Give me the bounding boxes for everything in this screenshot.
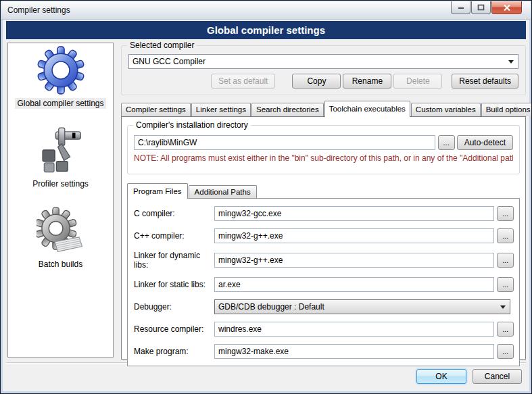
field-row-c-compiler: C compiler: ... (134, 206, 514, 221)
tab-toolchain-executables[interactable]: Toolchain executables (324, 101, 410, 117)
sidebar-item-label: Batch builds (37, 259, 84, 270)
installation-directory-input[interactable] (134, 135, 435, 150)
compiler-settings-window: Compiler settings Global compiler settin… (0, 0, 532, 394)
dynamic-libs-linker-input[interactable] (214, 253, 494, 268)
window-controls (451, 1, 522, 14)
sidebar-item-profiler-settings[interactable]: Profiler settings (30, 126, 91, 189)
delete-button[interactable]: Delete (393, 74, 442, 89)
field-row-dynamic-linker: Linker for dynamic libs: ... (134, 251, 514, 270)
sidebar: Global compiler settings Profiler settin… (7, 43, 114, 358)
debugger-select[interactable]: GDB/CDB debugger : Default (214, 299, 510, 314)
cpp-compiler-input[interactable] (214, 228, 494, 243)
browse-button[interactable]: ... (497, 344, 514, 359)
browse-button[interactable]: ... (497, 228, 514, 243)
debugger-value: GDB/CDB debugger : Default (218, 302, 324, 312)
field-label: Make program: (134, 347, 214, 356)
browse-directory-button[interactable]: ... (438, 135, 455, 150)
batch-builds-gear-icon (37, 207, 85, 255)
sidebar-item-batch-builds[interactable]: Batch builds (37, 207, 85, 270)
blue-gear-icon (37, 46, 85, 95)
subtab-program-files[interactable]: Program Files (127, 183, 188, 199)
selected-compiler-dropdown[interactable]: GNU GCC Compiler (128, 54, 518, 69)
tab-custom-variables[interactable]: Custom variables (411, 103, 481, 116)
minimize-button[interactable] (451, 1, 470, 14)
compiler-buttons-row: Set as default Copy Rename Delete Reset … (128, 74, 518, 89)
close-icon (503, 4, 511, 11)
group-label: Compiler's installation directory (133, 120, 251, 130)
tab-search-directories[interactable]: Search directories (251, 103, 324, 116)
reset-defaults-button[interactable]: Reset defaults (452, 74, 518, 89)
resource-compiler-input[interactable] (214, 322, 494, 337)
browse-button[interactable]: ... (497, 253, 514, 268)
field-row-static-linker: Linker for static libs: ... (134, 277, 514, 292)
browse-button[interactable]: ... (497, 277, 514, 292)
tab-linker-settings[interactable]: Linker settings (191, 103, 251, 116)
field-label: C compiler: (134, 209, 214, 218)
make-program-input[interactable] (214, 344, 494, 359)
static-libs-linker-input[interactable] (214, 277, 494, 292)
set-as-default-button[interactable]: Set as default (211, 74, 275, 89)
program-files-panel: C compiler: ... C++ compiler: ... Linker… (127, 198, 520, 366)
subtab-bar: Program Files Additional Paths (127, 182, 520, 198)
minimize-icon (458, 5, 464, 11)
chevron-down-icon (500, 305, 506, 309)
ok-button[interactable]: OK (416, 369, 466, 384)
tab-bar: Compiler settings Linker settings Search… (121, 100, 526, 116)
copy-button[interactable]: Copy (292, 74, 341, 89)
window-title: Compiler settings (7, 5, 70, 15)
bin-subdirectory-note: NOTE: All programs must exist either in … (134, 153, 513, 163)
close-button[interactable] (491, 1, 522, 14)
field-label: Resource compiler: (134, 324, 214, 334)
cancel-button[interactable]: Cancel (473, 369, 522, 384)
selected-compiler-value: GNU GCC Compiler (132, 57, 205, 66)
browse-button[interactable]: ... (497, 322, 514, 337)
installation-directory-group: Compiler's installation directory ... Au… (127, 125, 520, 174)
sidebar-item-label: Global compiler settings (15, 98, 105, 109)
field-label: Linker for static libs: (134, 280, 214, 289)
sidebar-item-label: Profiler settings (30, 178, 91, 189)
rename-button[interactable]: Rename (343, 74, 391, 89)
c-compiler-input[interactable] (214, 206, 494, 221)
toolchain-executables-panel: Compiler's installation directory ... Au… (121, 116, 526, 360)
field-label: C++ compiler: (134, 231, 214, 241)
field-label: Debugger: (134, 302, 214, 312)
profiler-caliper-icon (36, 126, 84, 175)
field-row-debugger: Debugger: GDB/CDB debugger : Default (134, 299, 514, 314)
selected-compiler-group: Selected compiler GNU GCC Compiler Set a… (121, 45, 526, 95)
browse-button[interactable]: ... (497, 206, 514, 221)
maximize-icon (477, 4, 485, 11)
field-row-make-program: Make program: ... (134, 344, 514, 359)
titlebar[interactable]: Compiler settings (1, 1, 531, 20)
group-label: Selected compiler (127, 41, 197, 50)
tab-compiler-settings[interactable]: Compiler settings (121, 103, 191, 116)
field-row-resource-compiler: Resource compiler: ... (134, 322, 514, 337)
directory-row: ... Auto-detect (134, 135, 513, 150)
page-title: Global compiler settings (6, 21, 526, 39)
main-content: Selected compiler GNU GCC Compiler Set a… (121, 43, 526, 358)
maximize-button[interactable] (471, 1, 491, 14)
footer-buttons: OK Cancel (416, 369, 522, 384)
tab-build-options[interactable]: Build options (481, 103, 532, 116)
field-label: Linker for dynamic libs: (134, 251, 214, 270)
sidebar-item-global-compiler-settings[interactable]: Global compiler settings (15, 46, 105, 109)
auto-detect-button[interactable]: Auto-detect (457, 135, 513, 150)
field-row-cpp-compiler: C++ compiler: ... (134, 228, 514, 243)
chevron-down-icon (508, 60, 514, 64)
subtab-additional-paths[interactable]: Additional Paths (189, 185, 257, 198)
